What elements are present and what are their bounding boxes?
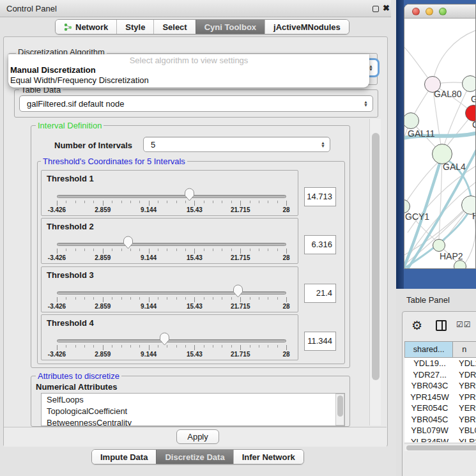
threshold-slider-track[interactable] [57, 195, 286, 198]
cell-shared-name: YPR145W [404, 392, 455, 403]
table-hscrollbar-track[interactable] [404, 443, 476, 451]
table-panel: Table Panel ⚙ ☑☑ shared... n YDL19...YDL… [396, 289, 476, 476]
network-panel-background: GAL80GACGAL11GAL4GCY1HHAP2 [396, 0, 476, 289]
table-data-combobox[interactable]: galFiltered.sif default node ▲▼ [19, 95, 373, 112]
threshold-slider-track[interactable] [57, 291, 286, 295]
table-hscrollbar-thumb[interactable] [406, 445, 476, 450]
threshold-slider-thumb[interactable] [123, 236, 134, 249]
attribute-list-item[interactable]: SelfLoops [42, 394, 344, 405]
threshold-value-field[interactable]: 14.713 [304, 187, 336, 206]
table-row[interactable]: YBL079WYBL0 [404, 425, 476, 436]
minimize-traffic-light-icon[interactable] [426, 8, 433, 15]
threshold-slider-track[interactable] [57, 339, 286, 342]
threshold-label: Threshold 3 [47, 270, 94, 280]
cell-name: YPR1 [455, 392, 476, 403]
network-icon [64, 23, 72, 31]
table-row[interactable]: YBR043CYBR0 [404, 380, 476, 392]
threshold-slider-track[interactable] [57, 243, 286, 246]
column-header-name[interactable]: n [453, 341, 476, 358]
major-tick [240, 249, 241, 254]
tick-label: 28 [282, 351, 289, 358]
threshold-label: Threshold 2 [47, 222, 94, 231]
major-tick [103, 249, 104, 254]
tick-label: 21.715 [231, 351, 250, 358]
tick-label: -3.426 [48, 351, 66, 358]
tab-infer-network[interactable]: Infer Network [233, 450, 303, 464]
cell-name: YBR0 [455, 414, 476, 426]
tick-label: -3.426 [48, 206, 66, 213]
close-panel-icon[interactable]: ✖ [383, 3, 390, 13]
table-row[interactable]: YDR27...YDR2 [404, 369, 476, 381]
attributes-scrollbar-track[interactable] [335, 394, 344, 426]
table-row[interactable]: YPR145WYPR1 [404, 392, 476, 403]
attribute-list-item[interactable]: TopologicalCoefficient [42, 405, 344, 417]
table-row[interactable]: YDL19...YDL1 [404, 358, 476, 369]
tick-label: 9.144 [141, 206, 157, 213]
table-data-value: galFiltered.sif default node [20, 99, 372, 109]
table-row[interactable]: YBR045CYBR0 [404, 414, 476, 426]
major-tick [103, 201, 104, 206]
tab-impute-data[interactable]: Impute Data [92, 450, 156, 464]
settings-scrollbar-thumb[interactable] [372, 133, 380, 380]
dropdown-option-equal-width[interactable]: Equal Width/Frequency Discretization [8, 75, 369, 86]
apply-button[interactable]: Apply [176, 429, 219, 444]
tab-network[interactable]: Network [56, 20, 116, 34]
major-tick [57, 201, 58, 206]
tab-cyni-toolbox[interactable]: Cyni Toolbox [196, 20, 265, 34]
threshold-panel-1: Threshold 1-3.4262.8599.14415.4321.71528 [41, 170, 298, 216]
major-tick [286, 297, 287, 302]
numerical-attributes-label: Numerical Attributes [36, 382, 117, 392]
major-tick [57, 249, 58, 254]
slider-ticks [57, 345, 286, 350]
major-tick [286, 345, 287, 350]
table-body: YDL19...YDL1YDR27...YDR2YBR043CYBR0YPR14… [404, 358, 476, 442]
numerical-attributes-list[interactable]: SelfLoopsTopologicalCoefficientBetweenne… [41, 393, 345, 426]
number-of-intervals-value: 5 [144, 140, 330, 150]
float-panel-icon[interactable] [372, 6, 379, 12]
table-row[interactable]: YLR345WYLR3 [404, 436, 476, 443]
major-tick [194, 201, 195, 206]
network-node[interactable] [454, 260, 466, 269]
attributes-scrollbar-thumb[interactable] [337, 395, 343, 417]
slider-ticks [57, 249, 286, 254]
major-tick [286, 249, 287, 254]
cell-shared-name: YER054C [404, 403, 455, 414]
combo-arrows-icon: ▲▼ [369, 65, 373, 71]
select-all-checkboxes-icon[interactable]: ☑☑ [456, 320, 472, 329]
threshold-slider-thumb[interactable] [233, 284, 243, 298]
network-node-label: GAL11 [408, 128, 435, 139]
tab-style[interactable]: Style [116, 20, 153, 34]
attribute-list-item[interactable]: BetweennessCentrality [42, 417, 344, 426]
tick-label: 15.43 [187, 254, 203, 261]
threshold-value-field[interactable]: 6.316 [304, 235, 336, 254]
combo-arrows-icon: ▲▼ [321, 141, 325, 148]
close-traffic-light-icon[interactable] [412, 8, 420, 15]
tab-jactivemnodules[interactable]: jActiveMNodules [265, 20, 349, 34]
threshold-slider-thumb[interactable] [184, 188, 195, 201]
dropdown-option-manual[interactable]: Manual Discretization [8, 65, 369, 75]
tab-select[interactable]: Select [153, 20, 195, 34]
tick-label: -3.426 [48, 303, 66, 310]
cell-shared-name: YDL19... [404, 358, 455, 369]
dropdown-placeholder-option[interactable]: Select algorithm to view settings [8, 54, 369, 65]
tab-network-label: Network [75, 22, 108, 32]
table-row[interactable]: YER054CYER0 [404, 403, 476, 414]
network-node[interactable] [462, 75, 476, 92]
network-node[interactable] [433, 239, 445, 252]
threshold-slider-thumb[interactable] [159, 332, 170, 346]
major-tick [194, 297, 195, 302]
settings-scrollbar-track[interactable] [369, 119, 381, 426]
gear-icon[interactable]: ⚙ [411, 318, 422, 333]
major-tick [57, 297, 58, 302]
number-of-intervals-combobox[interactable]: 5 ▲▼ [143, 137, 330, 152]
column-header-shared-name[interactable]: shared... [404, 341, 453, 358]
tick-label: 28 [282, 303, 289, 310]
threshold-value-field[interactable]: 11.344 [304, 332, 336, 351]
column-selector-icon[interactable] [436, 320, 447, 331]
network-canvas[interactable]: GAL80GACGAL11GAL4GCY1HHAP2 [404, 19, 476, 269]
threshold-value-field[interactable]: 21.4 [304, 284, 336, 303]
zoom-traffic-light-icon[interactable] [439, 8, 447, 15]
cell-shared-name: YBR045C [404, 414, 455, 426]
node-table: ⚙ ☑☑ shared... n YDL19...YDL1YDR27...YDR… [402, 311, 476, 476]
tab-discretize-data[interactable]: Discretize Data [156, 450, 233, 464]
